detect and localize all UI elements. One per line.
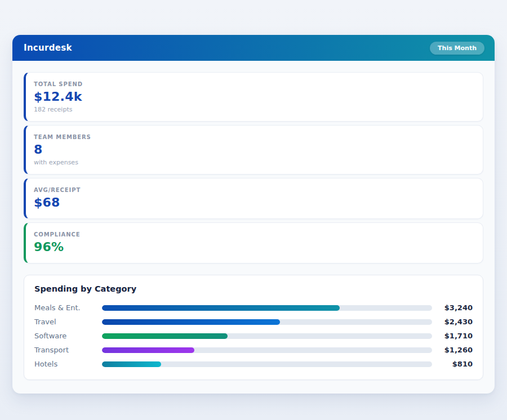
chart-row-meals: Meals & Ent. $3,240 <box>34 301 473 315</box>
stat-label: TEAM MEMBERS <box>34 133 474 141</box>
bar-fill <box>102 347 194 353</box>
chart-row-hotels: Hotels $810 <box>34 357 473 371</box>
bar-track <box>102 305 432 311</box>
stat-label: TOTAL SPEND <box>34 80 474 88</box>
category-amount: $3,240 <box>432 303 473 312</box>
stat-value: $12.4k <box>34 88 474 105</box>
bar-fill <box>102 319 280 325</box>
stat-subtext: 182 receipts <box>34 105 474 114</box>
spending-by-category-card: Spending by Category Meals & Ent. $3,240… <box>24 275 483 380</box>
stat-subtext: with expenses <box>34 158 474 167</box>
stat-label: COMPLIANCE <box>34 230 474 239</box>
dashboard-panel: Incurdesk This Month TOTAL SPEND $12.4k … <box>12 35 495 394</box>
bar-fill <box>102 361 161 367</box>
bar-track <box>102 319 432 325</box>
bar-track <box>102 361 432 367</box>
app-title: Incurdesk <box>24 43 72 53</box>
chart-row-transport: Transport $1,260 <box>34 343 473 357</box>
chart-row-software: Software $1,710 <box>34 329 473 343</box>
category-label: Hotels <box>34 360 102 368</box>
category-amount: $810 <box>432 360 473 368</box>
stat-card-avg-receipt: AVG/RECEIPT $68 <box>24 178 483 219</box>
panel-body: TOTAL SPEND $12.4k 182 receipts TEAM MEM… <box>12 61 495 394</box>
stat-label: AVG/RECEIPT <box>34 186 474 194</box>
category-label: Transport <box>34 346 102 354</box>
stat-value: 96% <box>34 239 474 256</box>
category-label: Travel <box>34 318 102 326</box>
bar-fill <box>102 333 228 339</box>
stat-card-compliance: COMPLIANCE 96% <box>24 222 483 263</box>
bar-fill <box>102 305 340 311</box>
category-amount: $1,260 <box>432 346 473 354</box>
panel-header: Incurdesk This Month <box>12 35 495 61</box>
category-amount: $1,710 <box>432 332 473 340</box>
bar-track <box>102 347 432 353</box>
stat-value: 8 <box>34 141 474 158</box>
chart-title: Spending by Category <box>34 284 473 293</box>
stat-value: $68 <box>34 194 474 211</box>
bar-track <box>102 333 432 339</box>
period-badge[interactable]: This Month <box>430 42 484 55</box>
category-amount: $2,430 <box>432 318 473 326</box>
category-label: Software <box>34 332 102 340</box>
chart-row-travel: Travel $2,430 <box>34 315 473 329</box>
category-label: Meals & Ent. <box>34 303 102 312</box>
stat-card-team-members: TEAM MEMBERS 8 with expenses <box>24 125 483 175</box>
stat-card-total-spend: TOTAL SPEND $12.4k 182 receipts <box>24 72 483 122</box>
